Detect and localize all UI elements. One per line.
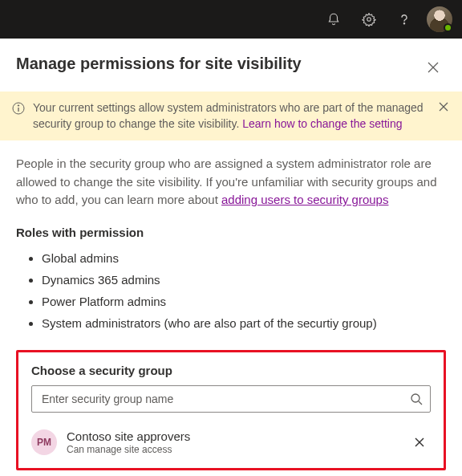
security-group-section: Choose a security group PM Contoso site … bbox=[16, 350, 446, 470]
roles-heading: Roles with permission bbox=[16, 226, 446, 239]
manage-permissions-panel: Manage permissions for site visibility Y… bbox=[0, 39, 462, 476]
panel-close-button[interactable] bbox=[420, 55, 446, 80]
group-name: Contoso site approvers bbox=[67, 429, 399, 445]
settings-icon[interactable] bbox=[356, 6, 382, 32]
group-description: Can manage site access bbox=[67, 444, 399, 457]
list-item: System administrators (who are also part… bbox=[42, 312, 446, 334]
svg-point-1 bbox=[403, 23, 404, 24]
info-banner: Your current settings allow system admin… bbox=[0, 92, 462, 140]
list-item: Global admins bbox=[42, 247, 446, 269]
security-group-search-input[interactable] bbox=[31, 385, 431, 413]
notifications-icon[interactable] bbox=[321, 6, 346, 32]
list-item: Power Platform admins bbox=[42, 291, 446, 312]
list-item: Dynamics 365 admins bbox=[42, 269, 446, 291]
presence-indicator bbox=[444, 23, 452, 32]
banner-link[interactable]: Learn how to change the setting bbox=[242, 117, 402, 130]
selected-group-row: PM Contoso site approvers Can manage sit… bbox=[31, 425, 431, 460]
user-avatar[interactable] bbox=[427, 6, 452, 32]
security-groups-link[interactable]: adding users to security groups bbox=[221, 193, 388, 206]
group-avatar: PM bbox=[31, 429, 57, 455]
search-heading: Choose a security group bbox=[31, 364, 431, 377]
description-text: People in the security group who are ass… bbox=[16, 155, 446, 210]
remove-group-button[interactable] bbox=[408, 431, 431, 454]
svg-point-0 bbox=[367, 18, 371, 22]
banner-close-button[interactable] bbox=[437, 100, 450, 113]
panel-title: Manage permissions for site visibility bbox=[16, 55, 302, 73]
help-icon[interactable] bbox=[391, 6, 417, 32]
app-topbar bbox=[0, 0, 462, 39]
svg-point-6 bbox=[18, 105, 18, 106]
info-icon bbox=[12, 102, 25, 115]
roles-list: Global admins Dynamics 365 admins Power … bbox=[16, 247, 446, 334]
